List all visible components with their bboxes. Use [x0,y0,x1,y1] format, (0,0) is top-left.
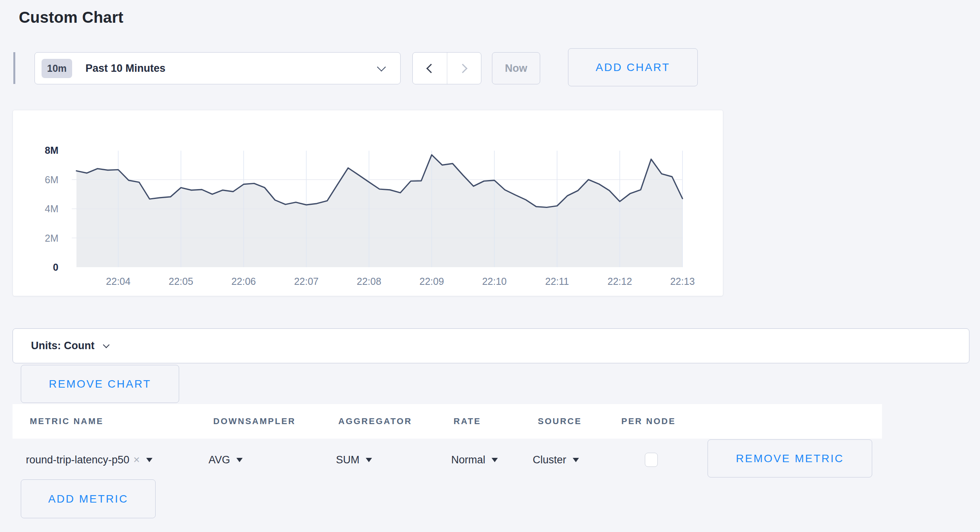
next-time-button[interactable] [447,53,481,84]
chevron-right-icon [458,64,468,73]
svg-text:22:10: 22:10 [482,276,507,287]
page-title: Custom Chart [19,9,123,26]
svg-text:22:12: 22:12 [608,276,632,287]
per-node-checkbox[interactable] [645,453,658,467]
svg-text:22:11: 22:11 [545,276,569,287]
metrics-table-header: METRIC NAME DOWNSAMPLER AGGREGATOR RATE … [13,404,882,439]
chevron-down-icon [103,341,109,348]
svg-text:22:09: 22:09 [419,276,444,287]
svg-text:8M: 8M [45,145,58,156]
metric-name-dropdown[interactable]: round-trip-latency-p50 × [26,450,152,470]
caret-down-icon [146,458,152,462]
svg-text:2M: 2M [45,233,58,244]
controls-accent-divider [13,52,15,84]
caret-down-icon [366,458,372,462]
prev-time-button[interactable] [413,53,447,84]
col-header-per-node: PER NODE [621,416,676,426]
source-dropdown[interactable]: Cluster [533,450,579,470]
aggregator-value: SUM [336,454,359,466]
remove-metric-button[interactable]: REMOVE METRIC [708,439,872,477]
units-label: Units: Count [31,340,94,352]
col-header-rate: RATE [454,416,481,426]
svg-text:22:07: 22:07 [294,276,319,287]
svg-text:0: 0 [53,262,58,273]
time-range-label: Past 10 Minutes [85,62,165,75]
caret-down-icon [573,458,579,462]
metric-name-value: round-trip-latency-p50 [26,454,129,466]
svg-text:22:04: 22:04 [106,276,131,287]
rate-value: Normal [451,454,485,466]
chart-card: 02M4M6M8M22:0422:0522:0622:0722:0822:092… [13,110,723,296]
units-dropdown[interactable]: Units: Count [13,328,969,363]
downsampler-dropdown[interactable]: AVG [209,450,243,470]
svg-text:4M: 4M [45,203,58,214]
source-value: Cluster [533,454,566,466]
aggregator-dropdown[interactable]: SUM [336,450,372,470]
caret-down-icon [492,458,498,462]
downsampler-value: AVG [209,454,230,466]
caret-down-icon [236,458,243,462]
time-range-badge: 10m [42,59,72,78]
col-header-source: SOURCE [538,416,582,426]
add-chart-button[interactable]: ADD CHART [568,48,698,86]
time-range-select[interactable]: 10m Past 10 Minutes [34,52,401,84]
svg-text:22:13: 22:13 [670,276,695,287]
remove-chart-button[interactable]: REMOVE CHART [21,365,179,403]
chevron-down-icon [377,63,386,72]
rate-dropdown[interactable]: Normal [451,450,498,470]
col-header-downsampler: DOWNSAMPLER [213,416,296,426]
svg-text:22:08: 22:08 [357,276,381,287]
add-metric-button[interactable]: ADD METRIC [21,479,156,518]
col-header-aggregator: AGGREGATOR [338,416,412,426]
remove-tag-icon[interactable]: × [133,454,140,466]
time-pager [412,52,481,84]
col-header-metric-name: METRIC NAME [30,416,103,426]
latency-area-chart[interactable]: 02M4M6M8M22:0422:0522:0622:0722:0822:092… [13,110,724,297]
svg-text:22:06: 22:06 [231,276,256,287]
now-button[interactable]: Now [492,52,540,84]
chevron-left-icon [426,64,436,73]
svg-text:22:05: 22:05 [169,276,193,287]
custom-chart-page: Custom Chart 10m Past 10 Minutes Now ADD… [0,0,980,532]
svg-text:6M: 6M [45,174,58,185]
